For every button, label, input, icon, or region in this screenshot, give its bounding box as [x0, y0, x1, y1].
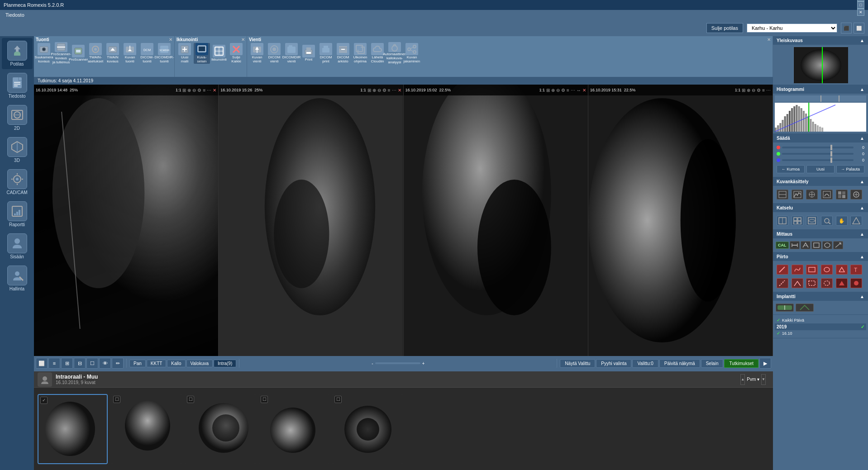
draw-icon-7[interactable] — [777, 278, 788, 288]
adjust-slider-green[interactable] — [782, 153, 854, 155]
valittu-count-button[interactable]: Valittu:0 — [632, 359, 658, 368]
draw-icon-3[interactable] — [806, 265, 818, 275]
close-button[interactable]: ✕ — [857, 9, 864, 16]
saada-header[interactable]: Säädä ▲ — [773, 134, 868, 142]
tb-suukamera[interactable]: Suukamerakuvaus — [36, 43, 52, 64]
ip-icon-1[interactable] — [777, 190, 788, 199]
scroll-down-button[interactable]: ▼ — [761, 374, 766, 385]
bt-list-view[interactable]: ≡ — [48, 358, 60, 369]
panel2-more[interactable]: ⋯ — [392, 88, 396, 93]
tb-dicomdir-tuonti[interactable]: DCMDIR DICOMDIR-tuonti — [156, 43, 172, 64]
panel1-fit[interactable]: ⊞ — [182, 88, 186, 93]
panel4-zoom-in[interactable]: ⊕ — [747, 88, 750, 93]
view-icon-6[interactable] — [850, 216, 862, 226]
patient-icon-2[interactable]: ⬜ — [854, 23, 864, 33]
uusi-button[interactable]: Uusi — [806, 165, 835, 173]
tb-twain-settings[interactable]: TWAIN-asetukset — [87, 43, 104, 64]
panel2-zoom-out[interactable]: ⊖ — [377, 88, 381, 93]
tb-dicom-print[interactable]: DICOMprint — [318, 43, 334, 64]
tb-kuvan-jakaminen[interactable]: Kuvanjakaminen — [404, 43, 420, 64]
bt-single-view[interactable]: ⬜ — [36, 358, 48, 369]
ikkunointi-close[interactable]: ✕ — [241, 37, 245, 42]
draw-icon-10[interactable] — [821, 278, 833, 288]
panel3-tools[interactable]: ⚙ — [561, 88, 565, 93]
bt-pan-tool[interactable]: Pan — [129, 360, 146, 367]
tuonti-close[interactable]: ✕ — [169, 37, 172, 42]
bt-compare-view[interactable]: ☐ — [86, 358, 98, 369]
filmstrip-thumb-1[interactable]: ✓ — [38, 394, 108, 464]
bt-valokuva-tool[interactable]: Valokuva — [186, 360, 213, 367]
filmstrip-thumb-3[interactable]: ☐ — [185, 394, 255, 464]
panel4-tools[interactable]: ⚙ — [757, 88, 761, 93]
tb-kuvan-tuonti[interactable]: Kuvantuonti — [122, 43, 138, 64]
ip-icon-2[interactable] — [792, 190, 803, 199]
panel2-tools[interactable]: ⚙ — [382, 88, 386, 93]
panel3-settings[interactable]: ≡ — [567, 88, 569, 93]
panel1-zoom-in[interactable]: ⊕ — [187, 88, 191, 93]
bt-intra-tab[interactable]: Intra(9) — [214, 360, 236, 367]
zoom-slider[interactable] — [375, 362, 420, 364]
year-header[interactable]: 2019 ✓ — [775, 323, 866, 330]
panel2-zoom-in[interactable]: ⊕ — [372, 88, 376, 93]
tb-proscanner2[interactable]: ProScanner — [70, 43, 86, 64]
panel4-zoom-out[interactable]: ⊖ — [752, 88, 755, 93]
draw-icon-5[interactable] — [836, 265, 848, 275]
draw-icon-2[interactable] — [792, 265, 803, 275]
tb-print[interactable]: Print — [300, 43, 317, 64]
tb-sulje-kaikki[interactable]: SuljeKaikki — [228, 43, 244, 64]
meas-icon-1[interactable] — [790, 241, 800, 249]
tb-proscanner[interactable]: ProScanner-kuvausja tutkimus — [53, 43, 69, 64]
tb-kuvan-vienti[interactable]: Kuvanvienti — [249, 43, 265, 64]
implant-icon-1[interactable] — [776, 304, 794, 312]
panel3-more[interactable]: ⋯ — [571, 88, 575, 93]
sidebar-item-potilas[interactable]: Potilas — [2, 38, 33, 69]
thumb-2-check[interactable]: ☐ — [113, 396, 120, 403]
view-icon-5[interactable]: ✋ — [836, 216, 848, 226]
meas-icon-2[interactable] — [801, 241, 811, 249]
sidebar-item-2d[interactable]: 2D — [2, 102, 33, 133]
bt-grid-view-4[interactable]: ⊟ — [74, 358, 86, 369]
patient-icon-1[interactable]: ⬛ — [841, 23, 852, 33]
thumb-1-check[interactable]: ✓ — [40, 397, 48, 404]
implantti-header[interactable]: Implantti ▲ — [773, 292, 868, 301]
filmstrip-thumb-5[interactable]: ☐ — [333, 394, 403, 464]
sidebar-item-3d[interactable]: 3D — [2, 134, 33, 166]
draw-icon-6[interactable]: T — [850, 265, 862, 275]
panel1-zoom-out[interactable]: ⊖ — [192, 88, 196, 93]
panel2-settings[interactable]: ≡ — [388, 88, 391, 93]
tb-dicom-arkisto[interactable]: DICOMarkisto — [335, 43, 351, 64]
palauta-button[interactable]: → Palauta — [836, 165, 864, 173]
view-icon-4[interactable] — [821, 216, 833, 226]
menu-file[interactable]: Tiedosto — [4, 12, 26, 18]
bt-grid-view-2[interactable]: ⊞ — [61, 358, 73, 369]
meas-icon-5[interactable] — [833, 241, 843, 249]
nayta-valittu-button[interactable]: Näytä Valittu — [560, 359, 595, 368]
panel1-close[interactable]: ✕ — [213, 88, 216, 93]
panel3-flip[interactable]: ↔ — [577, 88, 581, 93]
tb-kuva-selain[interactable]: Kuva-selain — [194, 43, 210, 64]
meas-icon-4[interactable] — [822, 241, 832, 249]
panel2-fit[interactable]: ⊞ — [367, 88, 371, 93]
thumb-5-check[interactable]: ☐ — [334, 396, 342, 403]
meas-icon-3[interactable] — [811, 241, 821, 249]
katselu-header[interactable]: Katselu ▲ — [773, 204, 868, 212]
histogrammi-header[interactable]: Histogrammi ▲ — [773, 85, 868, 94]
panel1-settings[interactable]: ≡ — [203, 88, 205, 93]
pyyhi-valinta-button[interactable]: Pyyhi valinta — [596, 359, 631, 368]
tb-ulkoinen[interactable]: Ulkoinenohjelma — [352, 43, 368, 64]
panel3-zoom-in[interactable]: ⊕ — [551, 88, 555, 93]
kumoa-button[interactable]: ← Kumoa — [777, 165, 805, 173]
mittaus-header[interactable]: Mittaus ▲ — [773, 230, 868, 238]
draw-icon-9[interactable] — [806, 278, 818, 288]
panel4-fit[interactable]: ⊞ — [742, 88, 745, 93]
close-patient-button[interactable]: Sulje potilas — [706, 23, 743, 33]
filmstrip-thumb-4[interactable]: ☐ — [259, 394, 329, 464]
draw-icon-8[interactable] — [792, 278, 803, 288]
implant-icon-2[interactable] — [796, 304, 814, 312]
thumb-4-check[interactable]: ☐ — [261, 396, 268, 403]
sidebar-item-raportti[interactable]: Raportti — [2, 199, 33, 230]
bt-annotate[interactable]: ✏ — [112, 358, 124, 369]
tb-twain-kuvaus[interactable]: TWAINkuvaus — [105, 43, 121, 64]
ip-icon-4[interactable] — [821, 190, 833, 199]
adjust-slider-blue[interactable] — [782, 159, 854, 161]
